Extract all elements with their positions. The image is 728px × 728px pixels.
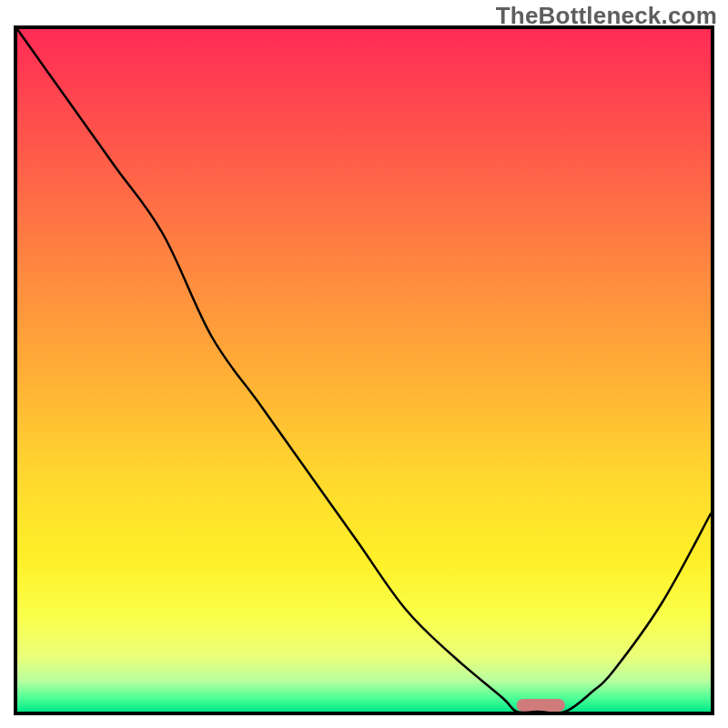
optimum-marker: [517, 699, 565, 712]
chart-stage: TheBottleneck.com: [0, 0, 728, 728]
plot-svg: [17, 29, 711, 712]
gradient-fill: [17, 29, 711, 712]
plot-frame: [14, 25, 714, 715]
